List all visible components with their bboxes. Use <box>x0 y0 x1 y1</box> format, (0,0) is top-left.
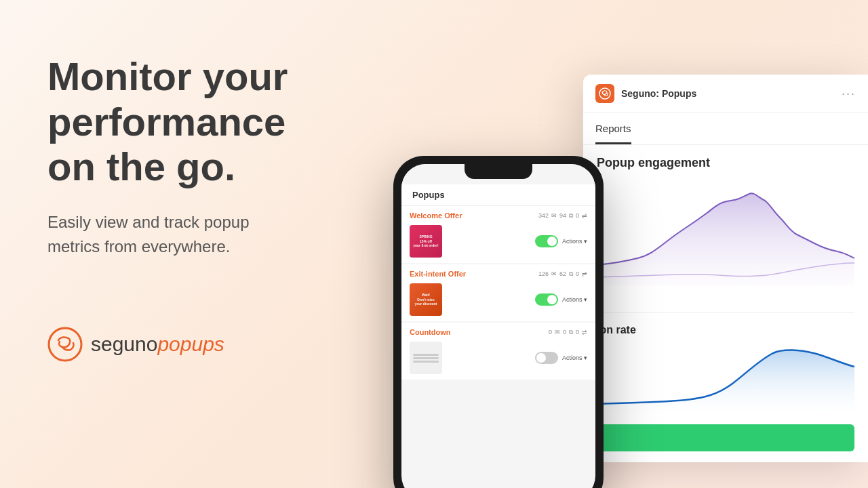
logo-text: segunopopups <box>91 333 224 356</box>
popup-thumbnail <box>410 342 442 374</box>
share-icon: ⇌ <box>582 329 587 336</box>
seguno-app-icon <box>599 87 611 100</box>
actions-button[interactable]: Actions ▾ <box>562 354 587 361</box>
actions-button[interactable]: Actions ▾ <box>562 296 587 303</box>
popup-item-header: Exit-intent Offer 126 ✉ 62 ⧉ 0 ⇌ <box>401 264 595 281</box>
stat3: 0 <box>576 329 579 336</box>
stat2: 0 <box>563 329 566 336</box>
email-icon: ✉ <box>551 270 557 277</box>
sub-heading: Easily view and track popup metrics from… <box>47 210 387 259</box>
popup-item-body: Actions ▾ <box>401 339 595 380</box>
thumb-text: SPRING15% offyour first order! <box>413 235 439 248</box>
thumb-countdown <box>410 342 442 374</box>
stat2: 94 <box>559 212 566 219</box>
chart-area-rate <box>583 343 868 424</box>
actions-button[interactable]: Actions ▾ <box>562 238 587 245</box>
popup-stats: 126 ✉ 62 ⧉ 0 ⇌ <box>538 270 587 278</box>
popup-name: Countdown <box>410 328 450 336</box>
green-action-button[interactable] <box>597 424 854 451</box>
thumb-text: Wait!Don't missyour discount <box>414 293 437 306</box>
nav-reports[interactable]: Reports <box>595 113 631 144</box>
phone-notch <box>465 164 532 179</box>
stat3: 0 <box>576 270 579 277</box>
rate-chart <box>597 343 854 411</box>
phone-list: Welcome Offer 342 ✉ 94 ⧉ 0 ⇌ <box>401 206 595 381</box>
logo-brand: seguno <box>91 333 157 355</box>
popup-item-header: Welcome Offer 342 ✉ 94 ⧉ 0 ⇌ <box>401 206 595 222</box>
stat1: 126 <box>538 270 549 277</box>
toggle-off[interactable] <box>535 352 558 364</box>
phone-header-label: Popups <box>412 190 445 200</box>
left-panel: Monitor your performance on the go. Easi… <box>47 54 387 362</box>
list-item: Exit-intent Offer 126 ✉ 62 ⧉ 0 ⇌ <box>401 264 595 321</box>
popup-name: Welcome Offer <box>410 211 462 220</box>
svg-point-0 <box>49 328 81 361</box>
popup-item-body: SPRING15% offyour first order! Actions ▾ <box>401 222 595 263</box>
toggle-on[interactable] <box>535 235 558 247</box>
desktop-titlebar: Seguno: Popups ··· <box>583 75 868 113</box>
engagement-chart <box>597 177 854 285</box>
svg-point-1 <box>599 88 610 99</box>
stat1: 0 <box>549 329 552 336</box>
popup-stats: 342 ✉ 94 ⧉ 0 ⇌ <box>538 212 587 220</box>
popup-actions: Actions ▾ <box>535 235 587 247</box>
desktop-nav: Reports <box>583 113 868 145</box>
popup-name: Exit-intent Offer <box>410 270 466 278</box>
popup-thumbnail: SPRING15% offyour first order! <box>410 225 442 258</box>
list-item: Countdown 0 ✉ 0 ⧉ 0 ⇌ <box>401 323 595 380</box>
thumb-exit: Wait!Don't missyour discount <box>410 283 442 316</box>
copy-icon: ⧉ <box>569 270 573 278</box>
phone-header: Popups <box>401 184 595 206</box>
share-icon: ⇌ <box>582 212 587 219</box>
stat1: 342 <box>538 212 549 219</box>
logo-area: segunopopups <box>47 327 387 362</box>
stat3: 0 <box>576 212 579 219</box>
subtext-line1: Easily view and track popup <box>47 213 250 231</box>
menu-dots-button[interactable]: ··· <box>842 87 856 101</box>
chart-area-engagement <box>583 177 868 312</box>
email-icon: ✉ <box>551 212 557 219</box>
toggle-on[interactable] <box>535 293 558 306</box>
popup-actions: Actions ▾ <box>535 352 587 364</box>
section2-title: ion rate <box>583 313 868 343</box>
share-icon: ⇌ <box>582 270 587 277</box>
subtext-line2: metrics from everywhere. <box>47 237 230 256</box>
thumb-welcome: SPRING15% offyour first order! <box>410 225 442 258</box>
popup-actions: Actions ▾ <box>535 293 587 306</box>
seguno-logo-icon <box>47 327 83 362</box>
desktop-panel: Seguno: Popups ··· Reports Popup engagem… <box>583 75 868 462</box>
app-icon <box>595 84 614 103</box>
phone-frame: Popups Welcome Offer 342 ✉ 94 ⧉ 0 ⇌ <box>393 156 604 488</box>
list-item: Welcome Offer 342 ✉ 94 ⧉ 0 ⇌ <box>401 206 595 263</box>
popup-item-header: Countdown 0 ✉ 0 ⧉ 0 ⇌ <box>401 323 595 339</box>
heading-line2: performance <box>47 100 285 144</box>
phone-mockup: Popups Welcome Offer 342 ✉ 94 ⧉ 0 ⇌ <box>393 156 604 488</box>
popup-stats: 0 ✉ 0 ⧉ 0 ⇌ <box>549 329 587 336</box>
email-icon: ✉ <box>555 329 560 336</box>
logo-suffix: popups <box>157 333 224 355</box>
main-heading: Monitor your performance on the go. <box>47 54 387 190</box>
app-title: Seguno: Popups <box>621 88 842 99</box>
phone-screen: Popups Welcome Offer 342 ✉ 94 ⧉ 0 ⇌ <box>401 164 595 488</box>
popup-thumbnail: Wait!Don't missyour discount <box>410 283 442 316</box>
heading-line1: Monitor your <box>47 54 288 98</box>
heading-line3: on the go. <box>47 144 235 188</box>
copy-icon: ⧉ <box>569 329 573 336</box>
stat2: 62 <box>559 270 566 277</box>
popup-item-body: Wait!Don't missyour discount Actions ▾ <box>401 281 595 321</box>
section1-title: Popup engagement <box>583 145 868 177</box>
copy-icon: ⧉ <box>569 212 573 220</box>
